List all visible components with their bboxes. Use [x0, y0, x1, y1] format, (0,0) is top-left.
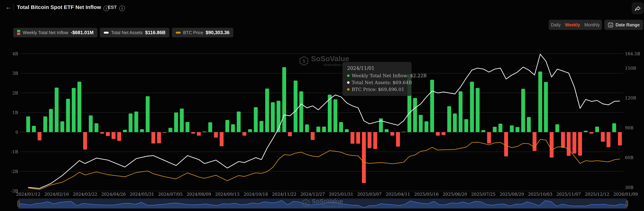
inflow-bar[interactable] [476, 88, 480, 132]
inflow-bar[interactable] [430, 80, 434, 132]
inflow-bar[interactable] [350, 132, 354, 144]
inflow-bar[interactable] [146, 96, 150, 132]
inflow-bar[interactable] [424, 121, 428, 132]
inflow-bar[interactable] [390, 132, 394, 136]
inflow-bar[interactable] [191, 132, 195, 134]
inflow-bar[interactable] [373, 132, 377, 149]
inflow-bar[interactable] [316, 127, 320, 132]
inflow-bar[interactable] [49, 109, 53, 132]
inflow-bar[interactable] [220, 132, 224, 146]
inflow-bar[interactable] [516, 127, 519, 132]
legend-chip-net-inflow[interactable]: Weekly Total Net Inflow -$681.01M [13, 28, 98, 37]
inflow-bar[interactable] [237, 112, 240, 132]
inflow-bar[interactable] [186, 122, 190, 132]
inflow-bar[interactable] [396, 132, 400, 147]
inflow-bar[interactable] [94, 123, 98, 132]
inflow-bar[interactable] [447, 106, 451, 132]
inflow-bar[interactable] [260, 121, 264, 132]
tab-weekly[interactable]: Weekly [564, 22, 581, 27]
inflow-bar[interactable] [129, 114, 132, 132]
inflow-bar[interactable] [72, 88, 76, 132]
inflow-bar[interactable] [482, 130, 485, 132]
date-range-button[interactable]: 12 Date Range [604, 20, 643, 30]
inflow-bar[interactable] [612, 123, 616, 132]
inflow-bar[interactable] [117, 132, 121, 141]
inflow-bar[interactable] [567, 132, 570, 156]
inflow-bar[interactable] [402, 132, 406, 132]
inflow-bar[interactable] [248, 129, 252, 132]
inflow-bar[interactable] [288, 132, 292, 136]
inflow-bar[interactable] [26, 117, 30, 132]
inflow-bar[interactable] [299, 91, 303, 132]
inflow-bar[interactable] [43, 117, 47, 132]
inflow-bar[interactable] [493, 127, 496, 132]
timezone-info-icon[interactable]: i [119, 5, 125, 11]
inflow-bar[interactable] [180, 109, 184, 132]
inflow-bar[interactable] [527, 117, 531, 132]
inflow-bar[interactable] [78, 82, 81, 132]
inflow-bar[interactable] [345, 129, 349, 132]
inflow-bar[interactable] [379, 118, 383, 132]
inflow-bar[interactable] [55, 88, 59, 132]
inflow-bar[interactable] [226, 120, 229, 132]
inflow-bar[interactable] [538, 71, 542, 132]
inflow-bar[interactable] [203, 131, 206, 132]
inflow-bar[interactable] [618, 132, 622, 146]
inflow-bar[interactable] [112, 132, 116, 139]
inflow-bar[interactable] [384, 129, 388, 132]
inflow-bar[interactable] [214, 132, 218, 138]
legend-chip-total-net-assets[interactable]: Total Net Assets $116.86B [100, 28, 170, 37]
back-button[interactable]: ← [4, 3, 12, 11]
inflow-bar[interactable] [163, 132, 166, 133]
inflow-bar[interactable] [311, 132, 314, 140]
legend-chip-btc-price[interactable]: BTC Price $90,303.36 [172, 28, 233, 37]
inflow-bar[interactable] [282, 67, 286, 132]
inflow-bar[interactable] [572, 132, 576, 154]
inflow-bar[interactable] [578, 132, 582, 156]
inflow-bar[interactable] [532, 132, 536, 151]
tab-daily[interactable]: Daily [550, 22, 562, 27]
inflow-bar[interactable] [334, 99, 338, 132]
inflow-bar[interactable] [208, 122, 212, 132]
inflow-bar[interactable] [510, 125, 514, 132]
inflow-bar[interactable] [464, 119, 468, 132]
inflow-bar[interactable] [498, 124, 502, 132]
inflow-bar[interactable] [242, 132, 246, 136]
inflow-bar[interactable] [550, 132, 554, 158]
inflow-bar[interactable] [254, 107, 258, 132]
inflow-bar[interactable] [38, 132, 42, 140]
inflow-bar[interactable] [265, 88, 269, 132]
inflow-bar[interactable] [277, 101, 280, 132]
inflow-bar[interactable] [413, 98, 417, 132]
inflow-bar[interactable] [152, 132, 155, 144]
inflow-bar[interactable] [89, 115, 93, 132]
inflow-bar[interactable] [606, 132, 610, 147]
navigator-right-handle[interactable] [626, 201, 628, 207]
inflow-bar[interactable] [556, 124, 559, 132]
inflow-bar[interactable] [436, 132, 440, 136]
inflow-bar[interactable] [83, 132, 87, 150]
inflow-bar[interactable] [100, 132, 104, 134]
inflow-bar[interactable] [231, 124, 235, 132]
inflow-bar[interactable] [294, 81, 298, 132]
inflow-bar[interactable] [60, 121, 64, 132]
inflow-bar[interactable] [584, 131, 588, 132]
inflow-bar[interactable] [322, 127, 326, 132]
inflow-bar[interactable] [140, 129, 144, 132]
inflow-bar[interactable] [595, 127, 599, 132]
inflow-bar[interactable] [544, 82, 548, 132]
tab-monthly[interactable]: Monthly [583, 22, 601, 27]
inflow-bar[interactable] [561, 132, 565, 148]
inflow-bar[interactable] [419, 115, 423, 132]
inflow-bar[interactable] [368, 132, 372, 148]
inflow-bar[interactable] [305, 124, 309, 132]
inflow-bar[interactable] [271, 102, 275, 132]
inflow-bar[interactable] [174, 112, 178, 132]
inflow-bar[interactable] [168, 128, 172, 132]
inflow-bar[interactable] [601, 132, 605, 142]
inflow-bar[interactable] [470, 82, 474, 132]
inflow-bar[interactable] [123, 130, 127, 132]
inflow-bar[interactable] [32, 126, 36, 132]
navigator-left-handle[interactable] [18, 201, 20, 207]
inflow-bar[interactable] [339, 122, 343, 132]
